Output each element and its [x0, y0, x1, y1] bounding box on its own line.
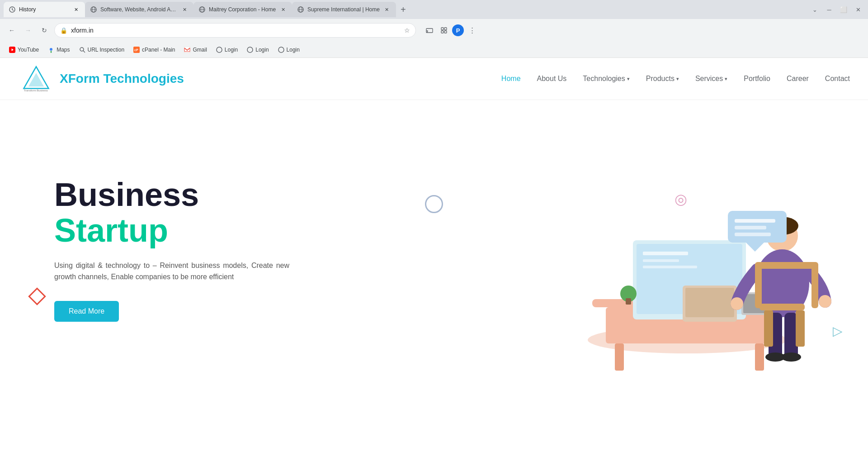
nav-technologies[interactable]: Technologies ▾ [583, 75, 629, 83]
svg-rect-41 [643, 259, 679, 262]
svg-point-20 [80, 48, 84, 51]
nav-portfolio[interactable]: Portfolio [744, 75, 770, 83]
login2-icon [247, 47, 253, 53]
bookmark-login3[interactable]: Login [274, 45, 303, 55]
close-button[interactable]: ✕ [852, 3, 864, 16]
hero-title-line2: Startup [54, 213, 289, 248]
logo-area[interactable]: Transform Business XForm Technologies [18, 65, 184, 92]
logo-text: XForm Technologies [60, 71, 184, 86]
hero-section: ◎ ▷ Business Startup Using digital & tec… [0, 100, 868, 381]
svg-rect-63 [811, 263, 818, 308]
address-text: xform.in [71, 27, 401, 34]
minimize-button[interactable]: ─ [823, 3, 835, 16]
bookmark-maps[interactable]: Maps [44, 45, 73, 55]
technologies-dropdown-icon: ▾ [627, 76, 630, 82]
svg-point-19 [50, 48, 52, 51]
maximize-button[interactable]: ⬜ [837, 3, 850, 16]
browser-window: History ✕ Software, Website, Android App… [0, 0, 868, 381]
hero-title-line1: Business [54, 177, 289, 213]
back-button[interactable]: ← [5, 24, 18, 37]
svg-rect-16 [444, 31, 447, 33]
youtube-icon [9, 47, 15, 53]
bookmark-url-inspection[interactable]: URL Inspection [75, 45, 128, 55]
tab-maitrey[interactable]: Maitrey Corporation - Home ✕ [193, 2, 292, 17]
tab-software-close[interactable]: ✕ [181, 6, 188, 13]
tab-maitrey-close[interactable]: ✕ [279, 6, 287, 13]
svg-rect-59 [760, 304, 805, 310]
hero-text: Business Startup Using digital & technol… [54, 177, 289, 322]
svg-line-2 [12, 10, 14, 10]
cpanel-icon: cP [133, 47, 140, 53]
address-bar-row: ← → ↻ 🔒 xform.in ☆ P ⋮ [0, 19, 868, 42]
svg-rect-35 [755, 343, 764, 371]
bookmarks-bar: YouTube Maps URL Inspection cP cPanel - … [0, 42, 868, 58]
nav-links: Home About Us Technologies ▾ Products ▾ … [501, 75, 850, 83]
bookmark-gmail[interactable]: Gmail [180, 45, 210, 55]
products-dropdown-icon: ▾ [676, 76, 679, 82]
nav-products[interactable]: Products ▾ [646, 75, 679, 83]
svg-rect-67 [735, 219, 775, 223]
address-bar[interactable]: 🔒 xform.in ☆ [54, 23, 416, 38]
tab-history[interactable]: History ✕ [4, 2, 85, 17]
tab-supreme[interactable]: Supreme International | Home ✕ [292, 2, 396, 17]
svg-rect-64 [755, 262, 818, 269]
nav-services[interactable]: Services ▾ [695, 75, 727, 83]
cast-icon[interactable] [423, 24, 436, 37]
svg-point-26 [247, 47, 253, 52]
svg-rect-44 [626, 298, 631, 305]
nav-home[interactable]: Home [501, 75, 521, 83]
tab-history-title: History [19, 6, 69, 13]
bookmark-youtube[interactable]: YouTube [5, 45, 42, 55]
new-tab-button[interactable]: + [396, 2, 410, 17]
bookmark-login1[interactable]: Login [212, 45, 241, 55]
nav-about[interactable]: About Us [537, 75, 567, 83]
tab-history-close[interactable]: ✕ [72, 6, 80, 13]
nav-career[interactable]: Career [787, 75, 809, 83]
hero-illustration-svg [524, 172, 841, 381]
svg-rect-60 [764, 310, 773, 347]
read-more-button[interactable]: Read More [54, 301, 119, 322]
website-content: Transform Business XForm Technologies Ho… [0, 58, 868, 381]
window-controls: ⌄ ─ ⬜ ✕ [808, 3, 864, 16]
svg-rect-40 [643, 252, 688, 255]
svg-marker-29 [28, 73, 44, 86]
more-options-icon[interactable]: ⋮ [466, 24, 478, 37]
circle-decoration [425, 195, 443, 213]
svg-point-53 [731, 297, 743, 310]
tab-bar: History ✕ Software, Website, Android App… [0, 0, 868, 19]
logo-icon: Transform Business [18, 65, 54, 92]
hero-description: Using digital & technology to – Reinvent… [54, 260, 289, 283]
svg-line-21 [83, 51, 85, 52]
tab-supreme-favicon [297, 6, 304, 13]
tab-software-title: Software, Website, Android App... [100, 6, 177, 13]
svg-rect-62 [755, 263, 762, 308]
profile-button[interactable]: P [452, 24, 464, 36]
bookmark-star-icon[interactable]: ☆ [404, 27, 410, 34]
tab-supreme-close[interactable]: ✕ [383, 6, 391, 13]
svg-point-25 [217, 47, 222, 52]
svg-rect-34 [615, 343, 624, 371]
reload-button[interactable]: ↻ [38, 24, 51, 37]
diamond-decoration [28, 287, 46, 305]
tab-software[interactable]: Software, Website, Android App... ✕ [85, 2, 193, 17]
svg-point-58 [781, 353, 801, 362]
svg-rect-24 [184, 47, 190, 53]
toolbar-icons: P ⋮ [423, 24, 478, 37]
svg-point-54 [819, 295, 831, 308]
tab-overflow-button[interactable]: ⌄ [808, 3, 821, 16]
maps-icon [48, 47, 54, 53]
bookmark-cpanel[interactable]: cP cPanel - Main [130, 45, 179, 55]
url-inspection-icon [79, 47, 85, 53]
extension-icon[interactable] [438, 24, 450, 37]
login1-icon [216, 47, 222, 53]
login3-icon [278, 47, 284, 53]
svg-rect-13 [441, 28, 443, 30]
bookmark-login2[interactable]: Login [243, 45, 272, 55]
svg-text:Transform Business: Transform Business [24, 89, 48, 92]
tab-history-favicon [9, 6, 15, 13]
svg-point-27 [278, 47, 284, 52]
nav-contact[interactable]: Contact [825, 75, 850, 83]
svg-rect-68 [735, 226, 766, 229]
svg-rect-61 [796, 310, 805, 347]
forward-button[interactable]: → [22, 24, 34, 37]
